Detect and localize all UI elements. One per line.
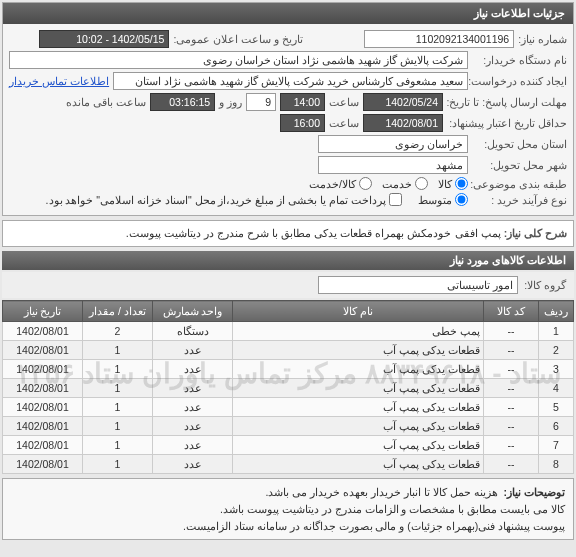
table-cell: 1402/08/01 (3, 436, 83, 455)
table-cell: -- (484, 379, 539, 398)
table-row[interactable]: 3--قطعات یدکی پمپ آبعدد11402/08/01 (3, 360, 574, 379)
details-panel: جزئیات اطلاعات نیاز شماره نیاز: 11020921… (2, 2, 574, 216)
table-cell: 1 (83, 398, 153, 417)
col-date: تاریخ نیاز (3, 301, 83, 322)
table-cell: عدد (153, 341, 233, 360)
table-cell: 7 (539, 436, 574, 455)
table-cell: عدد (153, 417, 233, 436)
table-cell: قطعات یدکی پمپ آب (233, 341, 484, 360)
proc-medium-radio[interactable]: متوسط (418, 193, 468, 206)
table-cell: عدد (153, 455, 233, 474)
cat-goods-service-radio[interactable]: کالا/خدمت (309, 177, 372, 190)
table-cell: -- (484, 398, 539, 417)
announce-field: 1402/05/15 - 10:02 (39, 30, 169, 48)
countdown-suffix: ساعت باقی مانده (66, 96, 146, 108)
notes-box: توضیحات نیاز: هزینه حمل کالا تا انبار خر… (2, 478, 574, 540)
buyer-org-field: شرکت پالایش گاز شهید هاشمی نژاد استان خر… (9, 51, 468, 69)
items-section-header: اطلاعات کالاهای مورد نیاز (2, 251, 574, 270)
items-table: ردیف کد کالا نام کالا واحد شمارش تعداد /… (2, 300, 574, 474)
table-cell: -- (484, 455, 539, 474)
table-cell: قطعات یدکی پمپ آب (233, 455, 484, 474)
process-radio-group: متوسط (418, 193, 468, 206)
table-cell: عدد (153, 436, 233, 455)
note-line: کالا می بایست مطابق با مشخصات و الزامات … (11, 501, 565, 518)
creator-field: سعید مشعوفی کارشناس خرید شرکت پالایش گاز… (113, 72, 468, 90)
days-label: روز و (219, 96, 242, 108)
deadline-label: مهلت ارسال پاسخ: تا تاریخ: (447, 96, 567, 108)
table-cell: دستگاه (153, 322, 233, 341)
table-cell: قطعات یدکی پمپ آب (233, 379, 484, 398)
table-cell: -- (484, 322, 539, 341)
group-label: گروه کالا: (524, 279, 566, 291)
announce-label: تاریخ و ساعت اعلان عمومی: (173, 33, 303, 45)
table-cell: -- (484, 417, 539, 436)
group-row: گروه کالا: امور تاسیساتی (2, 272, 574, 298)
countdown-field: 03:16:15 (150, 93, 215, 111)
city-label: شهر محل تحویل: (472, 159, 567, 171)
table-cell: 3 (539, 360, 574, 379)
table-row[interactable]: 5--قطعات یدکی پمپ آبعدد11402/08/01 (3, 398, 574, 417)
time-label-1: ساعت (329, 96, 359, 108)
table-cell: پمپ خطی (233, 322, 484, 341)
cat-service-input[interactable] (415, 177, 428, 190)
table-cell: 1 (83, 360, 153, 379)
group-field: امور تاسیساتی (318, 276, 518, 294)
table-row[interactable]: 1--پمپ خطیدستگاه21402/08/01 (3, 322, 574, 341)
col-unit: واحد شمارش (153, 301, 233, 322)
cat-goods-input[interactable] (455, 177, 468, 190)
col-rownum: ردیف (539, 301, 574, 322)
table-row[interactable]: 2--قطعات یدکی پمپ آبعدد11402/08/01 (3, 341, 574, 360)
main-description-box: شرح کلی نیاز: پمپ افقی خودمکش بهمراه قطع… (2, 220, 574, 247)
deadline-time-field: 14:00 (280, 93, 325, 111)
deadline-date-field: 1402/05/24 (363, 93, 443, 111)
valid-until-label: حداقل تاریخ اعتبار پیشنهاد: (447, 117, 567, 129)
col-qty: تعداد / مقدار (83, 301, 153, 322)
panel-title: جزئیات اطلاعات نیاز (3, 3, 573, 24)
cat-goods-radio[interactable]: کالا (438, 177, 468, 190)
cat-goods-service-input[interactable] (359, 177, 372, 190)
table-cell: 4 (539, 379, 574, 398)
table-cell: 1 (539, 322, 574, 341)
form-section: شماره نیاز: 1102092134001196 تاریخ و ساع… (3, 24, 573, 215)
col-code: کد کالا (484, 301, 539, 322)
note-line: پیوست پیشنهاد فنی(بهمراه جزئیات) و مالی … (11, 518, 565, 535)
table-cell: -- (484, 341, 539, 360)
treasury-checkbox-input[interactable] (389, 193, 402, 206)
table-cell: 1 (83, 341, 153, 360)
cat-service-radio[interactable]: خدمت (382, 177, 428, 190)
table-cell: عدد (153, 379, 233, 398)
main-desc-text: پمپ افقی خودمکش بهمراه قطعات یدکی مطابق … (126, 227, 501, 239)
treasury-checkbox[interactable]: پرداخت تمام یا بخشی از مبلغ خرید،از محل … (46, 193, 402, 206)
process-label: نوع فرآیند خرید : (472, 194, 567, 206)
table-cell: عدد (153, 398, 233, 417)
days-field: 9 (246, 93, 276, 111)
table-cell: 6 (539, 417, 574, 436)
province-label: استان محل تحویل: (472, 138, 567, 150)
table-cell: 1402/08/01 (3, 322, 83, 341)
table-cell: -- (484, 360, 539, 379)
table-cell: 1402/08/01 (3, 455, 83, 474)
province-field: خراسان رضوی (318, 135, 468, 153)
category-label: طبقه بندی موضوعی: (472, 178, 567, 190)
table-cell: قطعات یدکی پمپ آب (233, 360, 484, 379)
proc-medium-input[interactable] (455, 193, 468, 206)
table-header-row: ردیف کد کالا نام کالا واحد شمارش تعداد /… (3, 301, 574, 322)
table-row[interactable]: 4--قطعات یدکی پمپ آبعدد11402/08/01 (3, 379, 574, 398)
table-cell: قطعات یدکی پمپ آب (233, 417, 484, 436)
table-cell: 1 (83, 436, 153, 455)
table-cell: 8 (539, 455, 574, 474)
contact-link[interactable]: اطلاعات تماس خریدار (9, 75, 109, 88)
table-cell: 2 (539, 341, 574, 360)
creator-label: ایجاد کننده درخواست: (472, 75, 567, 87)
notes-content: هزینه حمل کالا تا انبار خریدار بعهده خری… (11, 484, 565, 534)
table-row[interactable]: 7--قطعات یدکی پمپ آبعدد11402/08/01 (3, 436, 574, 455)
time-label-2: ساعت (329, 117, 359, 129)
table-row[interactable]: 8--قطعات یدکی پمپ آبعدد11402/08/01 (3, 455, 574, 474)
table-row[interactable]: 6--قطعات یدکی پمپ آبعدد11402/08/01 (3, 417, 574, 436)
valid-date-field: 1402/08/01 (363, 114, 443, 132)
table-cell: -- (484, 436, 539, 455)
note-line: هزینه حمل کالا تا انبار خریدار بعهده خری… (11, 484, 565, 501)
table-cell: قطعات یدکی پمپ آب (233, 436, 484, 455)
notes-title: توضیحات نیاز: (504, 484, 565, 501)
table-cell: 1402/08/01 (3, 360, 83, 379)
